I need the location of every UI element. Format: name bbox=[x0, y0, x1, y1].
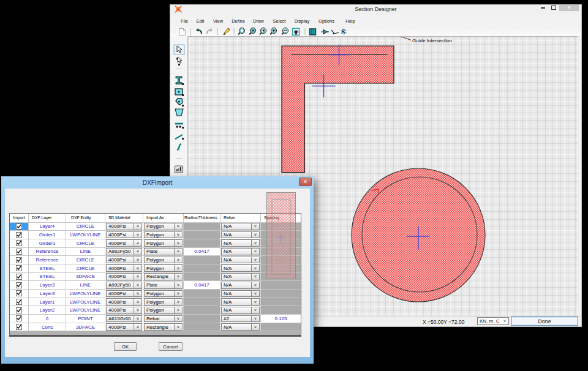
svg-text:Guide Intersection: Guide Intersection bbox=[412, 38, 452, 43]
svg-text:S: S bbox=[341, 28, 345, 36]
